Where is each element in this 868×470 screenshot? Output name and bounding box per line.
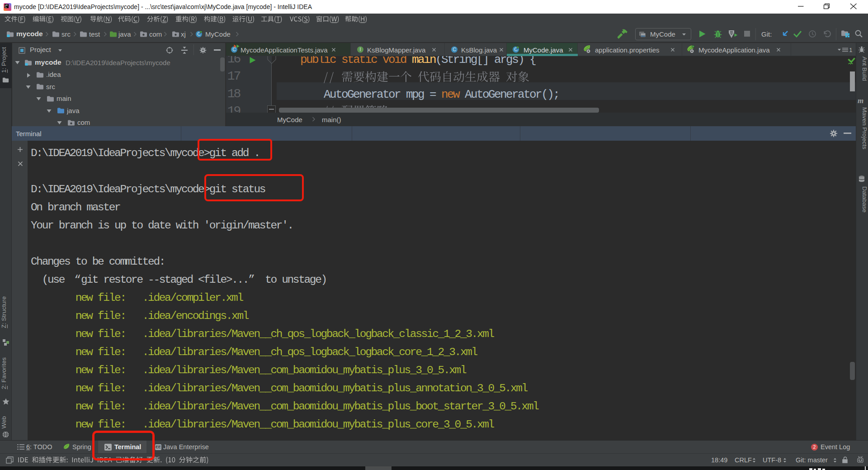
- svg-text:1: 1: [849, 47, 853, 53]
- svg-text:C: C: [453, 47, 456, 52]
- svg-text:I: I: [360, 47, 361, 52]
